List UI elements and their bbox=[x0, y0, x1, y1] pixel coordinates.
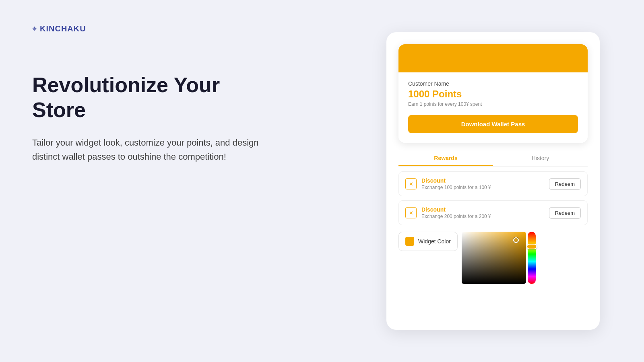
earn-text: Earn 1 points for every 100¥ spent bbox=[408, 101, 578, 107]
rewards-list: ✕ Discount Exchange 100 points for a 100… bbox=[398, 171, 588, 225]
logo: ⌖ KINCHAKU bbox=[32, 24, 86, 33]
reward-desc-1: Exchange 100 points for a 100 ¥ bbox=[421, 185, 544, 190]
color-picker-handle[interactable] bbox=[513, 237, 519, 243]
reward-desc-2: Exchange 200 points for a 200 ¥ bbox=[421, 214, 544, 219]
color-swatch bbox=[405, 237, 414, 246]
redeem-button-2[interactable]: Redeem bbox=[549, 207, 581, 219]
hue-handle[interactable] bbox=[526, 244, 537, 249]
color-label-box[interactable]: Widget Color bbox=[398, 232, 458, 251]
reward-icon-1: ✕ bbox=[405, 178, 417, 189]
redeem-button-1[interactable]: Redeem bbox=[549, 178, 581, 190]
reward-icon-2: ✕ bbox=[405, 207, 417, 218]
reward-title-2: Discount bbox=[421, 206, 544, 213]
card-body: Customer Name 1000 Points Earn 1 points … bbox=[398, 72, 588, 143]
hue-slider[interactable] bbox=[528, 232, 536, 284]
reward-item-1: ✕ Discount Exchange 100 points for a 100… bbox=[398, 171, 588, 196]
left-content: Revolutionize Your Store Tailor your wid… bbox=[32, 72, 266, 164]
color-picker-area[interactable] bbox=[462, 232, 536, 284]
loyalty-card: Customer Name 1000 Points Earn 1 points … bbox=[398, 44, 588, 143]
customer-name-label: Customer Name bbox=[408, 80, 578, 87]
reward-title-1: Discount bbox=[421, 177, 544, 184]
points-value: 1000 Points bbox=[408, 88, 578, 100]
reward-item-2: ✕ Discount Exchange 200 points for a 200… bbox=[398, 200, 588, 225]
widget-container: Customer Name 1000 Points Earn 1 points … bbox=[386, 32, 600, 330]
tab-history[interactable]: History bbox=[493, 151, 588, 166]
tab-rewards[interactable]: Rewards bbox=[398, 151, 493, 166]
headline: Revolutionize Your Store bbox=[32, 72, 266, 123]
tabs: Rewards History bbox=[398, 151, 588, 167]
reward-info-2: Discount Exchange 200 points for a 200 ¥ bbox=[421, 206, 544, 219]
widget-color-label: Widget Color bbox=[418, 238, 451, 245]
color-section: Widget Color bbox=[398, 232, 588, 284]
logo-text: KINCHAKU bbox=[40, 24, 86, 33]
card-header bbox=[398, 44, 588, 72]
color-gradient-box[interactable] bbox=[462, 232, 526, 284]
download-wallet-pass-button[interactable]: Download Wallet Pass bbox=[408, 115, 578, 133]
reward-info-1: Discount Exchange 100 points for a 100 ¥ bbox=[421, 177, 544, 190]
logo-icon: ⌖ bbox=[32, 24, 37, 33]
subtext: Tailor your widget look, customize your … bbox=[32, 136, 266, 164]
